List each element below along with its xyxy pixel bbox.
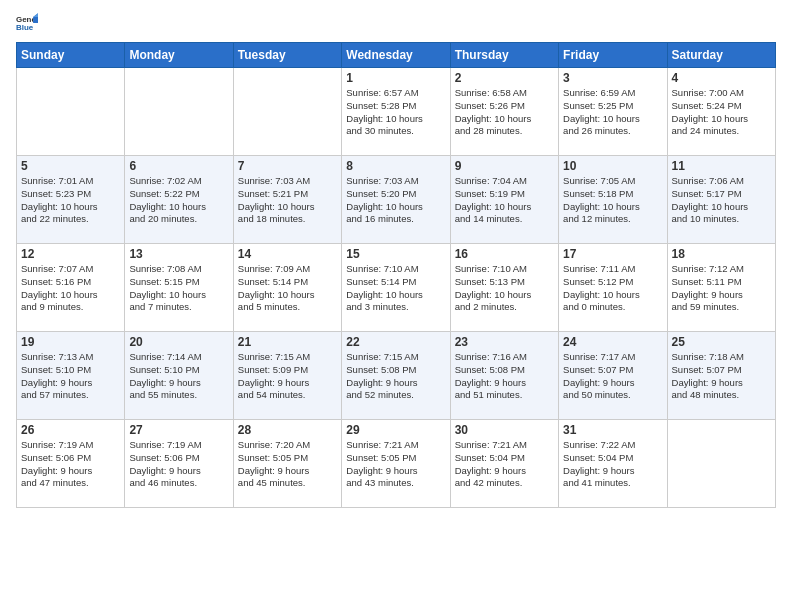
day-info: Sunrise: 7:19 AMSunset: 5:06 PMDaylight:… (129, 439, 228, 490)
day-info: Sunrise: 7:06 AMSunset: 5:17 PMDaylight:… (672, 175, 771, 226)
weekday-header-saturday: Saturday (667, 43, 775, 68)
day-number: 6 (129, 159, 228, 173)
calendar-week-3: 12Sunrise: 7:07 AMSunset: 5:16 PMDayligh… (17, 244, 776, 332)
calendar-cell: 30Sunrise: 7:21 AMSunset: 5:04 PMDayligh… (450, 420, 558, 508)
calendar-cell: 21Sunrise: 7:15 AMSunset: 5:09 PMDayligh… (233, 332, 341, 420)
calendar-cell (667, 420, 775, 508)
day-number: 22 (346, 335, 445, 349)
calendar-cell: 26Sunrise: 7:19 AMSunset: 5:06 PMDayligh… (17, 420, 125, 508)
calendar-cell: 3Sunrise: 6:59 AMSunset: 5:25 PMDaylight… (559, 68, 667, 156)
calendar-cell: 27Sunrise: 7:19 AMSunset: 5:06 PMDayligh… (125, 420, 233, 508)
day-number: 3 (563, 71, 662, 85)
day-number: 14 (238, 247, 337, 261)
header: General Blue (16, 12, 776, 34)
day-info: Sunrise: 7:11 AMSunset: 5:12 PMDaylight:… (563, 263, 662, 314)
day-info: Sunrise: 7:03 AMSunset: 5:20 PMDaylight:… (346, 175, 445, 226)
day-number: 21 (238, 335, 337, 349)
calendar-cell: 11Sunrise: 7:06 AMSunset: 5:17 PMDayligh… (667, 156, 775, 244)
day-info: Sunrise: 7:00 AMSunset: 5:24 PMDaylight:… (672, 87, 771, 138)
day-info: Sunrise: 7:18 AMSunset: 5:07 PMDaylight:… (672, 351, 771, 402)
calendar-cell: 31Sunrise: 7:22 AMSunset: 5:04 PMDayligh… (559, 420, 667, 508)
calendar-cell: 10Sunrise: 7:05 AMSunset: 5:18 PMDayligh… (559, 156, 667, 244)
calendar-cell: 19Sunrise: 7:13 AMSunset: 5:10 PMDayligh… (17, 332, 125, 420)
day-number: 29 (346, 423, 445, 437)
calendar-cell: 8Sunrise: 7:03 AMSunset: 5:20 PMDaylight… (342, 156, 450, 244)
day-info: Sunrise: 7:14 AMSunset: 5:10 PMDaylight:… (129, 351, 228, 402)
calendar-cell: 22Sunrise: 7:15 AMSunset: 5:08 PMDayligh… (342, 332, 450, 420)
calendar-cell: 1Sunrise: 6:57 AMSunset: 5:28 PMDaylight… (342, 68, 450, 156)
day-info: Sunrise: 7:08 AMSunset: 5:15 PMDaylight:… (129, 263, 228, 314)
calendar-cell: 9Sunrise: 7:04 AMSunset: 5:19 PMDaylight… (450, 156, 558, 244)
day-info: Sunrise: 7:05 AMSunset: 5:18 PMDaylight:… (563, 175, 662, 226)
day-number: 2 (455, 71, 554, 85)
day-number: 13 (129, 247, 228, 261)
calendar-cell: 20Sunrise: 7:14 AMSunset: 5:10 PMDayligh… (125, 332, 233, 420)
calendar: SundayMondayTuesdayWednesdayThursdayFrid… (16, 42, 776, 508)
day-number: 31 (563, 423, 662, 437)
day-info: Sunrise: 7:10 AMSunset: 5:14 PMDaylight:… (346, 263, 445, 314)
calendar-cell: 17Sunrise: 7:11 AMSunset: 5:12 PMDayligh… (559, 244, 667, 332)
day-number: 17 (563, 247, 662, 261)
day-info: Sunrise: 7:10 AMSunset: 5:13 PMDaylight:… (455, 263, 554, 314)
calendar-week-4: 19Sunrise: 7:13 AMSunset: 5:10 PMDayligh… (17, 332, 776, 420)
day-info: Sunrise: 7:22 AMSunset: 5:04 PMDaylight:… (563, 439, 662, 490)
calendar-cell: 18Sunrise: 7:12 AMSunset: 5:11 PMDayligh… (667, 244, 775, 332)
calendar-week-2: 5Sunrise: 7:01 AMSunset: 5:23 PMDaylight… (17, 156, 776, 244)
calendar-cell: 4Sunrise: 7:00 AMSunset: 5:24 PMDaylight… (667, 68, 775, 156)
day-info: Sunrise: 7:21 AMSunset: 5:04 PMDaylight:… (455, 439, 554, 490)
weekday-header-thursday: Thursday (450, 43, 558, 68)
day-info: Sunrise: 7:15 AMSunset: 5:09 PMDaylight:… (238, 351, 337, 402)
calendar-cell: 28Sunrise: 7:20 AMSunset: 5:05 PMDayligh… (233, 420, 341, 508)
weekday-header-tuesday: Tuesday (233, 43, 341, 68)
calendar-cell: 15Sunrise: 7:10 AMSunset: 5:14 PMDayligh… (342, 244, 450, 332)
day-info: Sunrise: 7:04 AMSunset: 5:19 PMDaylight:… (455, 175, 554, 226)
weekday-header-row: SundayMondayTuesdayWednesdayThursdayFrid… (17, 43, 776, 68)
weekday-header-friday: Friday (559, 43, 667, 68)
day-number: 30 (455, 423, 554, 437)
logo: General Blue (16, 12, 42, 34)
day-info: Sunrise: 7:07 AMSunset: 5:16 PMDaylight:… (21, 263, 120, 314)
day-number: 4 (672, 71, 771, 85)
svg-text:Blue: Blue (16, 23, 34, 32)
calendar-cell: 24Sunrise: 7:17 AMSunset: 5:07 PMDayligh… (559, 332, 667, 420)
day-info: Sunrise: 7:19 AMSunset: 5:06 PMDaylight:… (21, 439, 120, 490)
day-info: Sunrise: 7:01 AMSunset: 5:23 PMDaylight:… (21, 175, 120, 226)
day-number: 20 (129, 335, 228, 349)
day-info: Sunrise: 7:12 AMSunset: 5:11 PMDaylight:… (672, 263, 771, 314)
calendar-cell: 16Sunrise: 7:10 AMSunset: 5:13 PMDayligh… (450, 244, 558, 332)
calendar-cell (17, 68, 125, 156)
day-info: Sunrise: 7:17 AMSunset: 5:07 PMDaylight:… (563, 351, 662, 402)
day-info: Sunrise: 7:15 AMSunset: 5:08 PMDaylight:… (346, 351, 445, 402)
day-number: 16 (455, 247, 554, 261)
day-number: 26 (21, 423, 120, 437)
calendar-cell: 25Sunrise: 7:18 AMSunset: 5:07 PMDayligh… (667, 332, 775, 420)
day-info: Sunrise: 6:58 AMSunset: 5:26 PMDaylight:… (455, 87, 554, 138)
weekday-header-monday: Monday (125, 43, 233, 68)
weekday-header-wednesday: Wednesday (342, 43, 450, 68)
day-number: 1 (346, 71, 445, 85)
day-info: Sunrise: 7:02 AMSunset: 5:22 PMDaylight:… (129, 175, 228, 226)
day-info: Sunrise: 7:20 AMSunset: 5:05 PMDaylight:… (238, 439, 337, 490)
calendar-cell (125, 68, 233, 156)
calendar-cell: 5Sunrise: 7:01 AMSunset: 5:23 PMDaylight… (17, 156, 125, 244)
calendar-cell: 7Sunrise: 7:03 AMSunset: 5:21 PMDaylight… (233, 156, 341, 244)
calendar-cell: 6Sunrise: 7:02 AMSunset: 5:22 PMDaylight… (125, 156, 233, 244)
weekday-header-sunday: Sunday (17, 43, 125, 68)
day-number: 19 (21, 335, 120, 349)
day-number: 9 (455, 159, 554, 173)
calendar-cell: 13Sunrise: 7:08 AMSunset: 5:15 PMDayligh… (125, 244, 233, 332)
calendar-week-1: 1Sunrise: 6:57 AMSunset: 5:28 PMDaylight… (17, 68, 776, 156)
day-number: 27 (129, 423, 228, 437)
day-number: 18 (672, 247, 771, 261)
calendar-cell: 12Sunrise: 7:07 AMSunset: 5:16 PMDayligh… (17, 244, 125, 332)
day-number: 12 (21, 247, 120, 261)
calendar-week-5: 26Sunrise: 7:19 AMSunset: 5:06 PMDayligh… (17, 420, 776, 508)
logo-icon: General Blue (16, 12, 38, 34)
calendar-cell: 2Sunrise: 6:58 AMSunset: 5:26 PMDaylight… (450, 68, 558, 156)
day-info: Sunrise: 7:03 AMSunset: 5:21 PMDaylight:… (238, 175, 337, 226)
day-number: 28 (238, 423, 337, 437)
day-number: 24 (563, 335, 662, 349)
day-info: Sunrise: 6:57 AMSunset: 5:28 PMDaylight:… (346, 87, 445, 138)
day-info: Sunrise: 7:16 AMSunset: 5:08 PMDaylight:… (455, 351, 554, 402)
page: General Blue SundayMondayTuesdayWednesda… (0, 0, 792, 612)
